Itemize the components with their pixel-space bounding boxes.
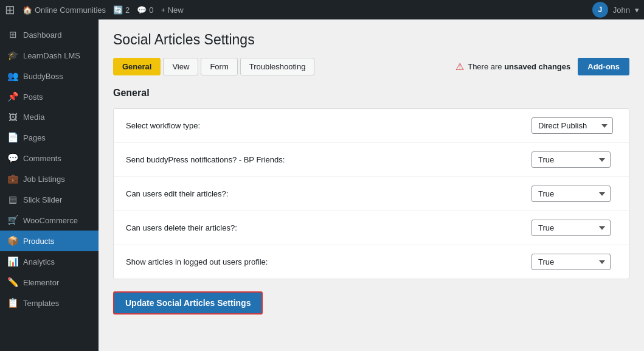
unsaved-text: There are unsaved changes — [468, 62, 570, 71]
settings-row-logged_out_profile: Show articles in logged out users profil… — [114, 245, 629, 279]
warning-icon: ⚠ — [455, 61, 464, 72]
sidebar-item-pages[interactable]: 📄 Pages — [0, 127, 99, 148]
tab-general[interactable]: General — [113, 58, 161, 75]
settings-label-logged_out_profile: Show articles in logged out users profil… — [126, 257, 531, 266]
settings-control-buddypress_notifications: TrueFalse — [531, 151, 617, 168]
layout: ⊞ Dashboard 🎓 LearnDash LMS 👥 BuddyBoss … — [0, 19, 644, 351]
sidebar-item-woocommerce[interactable]: 🛒 WooCommerce — [0, 210, 99, 231]
settings-label-users_edit: Can users edit their articles?: — [126, 189, 531, 198]
settings-control-workflow_type: Direct PublishDraftPending Review — [531, 117, 617, 134]
sidebar-item-analytics[interactable]: 📊 Analytics — [0, 251, 99, 272]
update-btn-wrapper: Update Social Articles Settings — [113, 291, 629, 315]
sidebar-item-label: Analytics — [23, 257, 55, 266]
username[interactable]: John — [613, 5, 630, 15]
top-bar-right: J John ▾ — [592, 2, 639, 18]
site-name[interactable]: 🏠 Online Communities — [23, 5, 106, 15]
unsaved-notice: ⚠ There are unsaved changes — [455, 61, 570, 72]
sidebar-item-label: WooCommerce — [23, 216, 78, 225]
settings-card: Select workflow type:Direct PublishDraft… — [113, 108, 629, 279]
settings-row-users_edit: Can users edit their articles?:TrueFalse — [114, 177, 629, 211]
sidebar-item-label: Media — [23, 113, 44, 122]
settings-label-workflow_type: Select workflow type: — [126, 121, 531, 130]
elementor-icon: ✏️ — [7, 277, 18, 288]
update-social-articles-button[interactable]: Update Social Articles Settings — [113, 291, 263, 315]
tab-troubleshooting[interactable]: Troubleshooting — [240, 58, 315, 75]
wp-logo-icon[interactable]: ⊞ — [5, 2, 15, 17]
media-icon: 🖼 — [7, 112, 18, 122]
sidebar-item-label: LearnDash LMS — [23, 51, 80, 60]
select-users_edit[interactable]: TrueFalse — [531, 186, 611, 202]
analytics-icon: 📊 — [7, 256, 18, 267]
settings-control-users_delete: TrueFalse — [531, 220, 617, 236]
new-item[interactable]: + New — [161, 5, 184, 15]
tab-view[interactable]: View — [163, 58, 198, 75]
sidebar-item-label: Elementor — [23, 278, 59, 287]
sidebar-item-label: Posts — [23, 92, 43, 102]
sidebar-item-label: Templates — [23, 299, 59, 308]
top-bar-left: ⊞ 🏠 Online Communities 🔄 2 💬 0 + New — [5, 2, 585, 17]
comments-icon: 💬 — [7, 153, 18, 164]
comments-icon: 💬 — [137, 5, 147, 15]
select-logged_out_profile[interactable]: TrueFalse — [531, 254, 611, 270]
sidebar-item-label: Pages — [23, 133, 46, 142]
job-listings-icon: 💼 — [7, 173, 18, 184]
dashboard-icon: ⊞ — [7, 29, 18, 40]
user-dropdown-icon[interactable]: ▾ — [635, 5, 639, 15]
select-users_delete[interactable]: TrueFalse — [531, 220, 611, 236]
top-bar: ⊞ 🏠 Online Communities 🔄 2 💬 0 + New J J… — [0, 0, 644, 19]
settings-control-logged_out_profile: TrueFalse — [531, 254, 617, 270]
settings-label-users_delete: Can users delete their articles?: — [126, 223, 531, 232]
posts-icon: 📌 — [7, 91, 18, 102]
sidebar: ⊞ Dashboard 🎓 LearnDash LMS 👥 BuddyBoss … — [0, 19, 99, 351]
sidebar-item-posts[interactable]: 📌 Posts — [0, 86, 99, 107]
sidebar-item-label: BuddyBoss — [23, 72, 63, 81]
sidebar-item-comments[interactable]: 💬 Comments — [0, 148, 99, 169]
templates-icon: 📋 — [7, 297, 18, 308]
sidebar-item-label: Dashboard — [23, 30, 62, 40]
settings-label-buddypress_notifications: Send buddyPress notifications? - BP Frie… — [126, 155, 531, 164]
main-content: Social Articles Settings GeneralViewForm… — [99, 19, 644, 351]
updates-icon: 🔄 — [113, 5, 123, 15]
comments-item[interactable]: 💬 0 — [137, 5, 153, 15]
sidebar-item-buddyboss[interactable]: 👥 BuddyBoss — [0, 66, 99, 86]
settings-row-buddypress_notifications: Send buddyPress notifications? - BP Frie… — [114, 143, 629, 177]
learndash-icon: 🎓 — [7, 50, 18, 61]
tab-form[interactable]: Form — [201, 58, 237, 75]
select-buddypress_notifications[interactable]: TrueFalse — [531, 151, 611, 168]
settings-row-workflow_type: Select workflow type:Direct PublishDraft… — [114, 109, 629, 143]
page-title: Social Articles Settings — [113, 32, 629, 48]
sidebar-item-dashboard[interactable]: ⊞ Dashboard — [0, 24, 99, 45]
pages-icon: 📄 — [7, 132, 18, 143]
sidebar-item-job-listings[interactable]: 💼 Job Listings — [0, 169, 99, 189]
sidebar-item-label: Job Listings — [23, 175, 65, 184]
sidebar-item-elementor[interactable]: ✏️ Elementor — [0, 272, 99, 293]
sidebar-item-media[interactable]: 🖼 Media — [0, 107, 99, 127]
sidebar-item-label: Comments — [23, 154, 61, 163]
settings-row-users_delete: Can users delete their articles?:TrueFal… — [114, 211, 629, 245]
addons-button[interactable]: Add-ons — [578, 58, 629, 75]
buddyboss-icon: 👥 — [7, 71, 18, 82]
woocommerce-icon: 🛒 — [7, 215, 18, 226]
sidebar-item-products[interactable]: 📦 Products — [0, 231, 99, 251]
tab-buttons: GeneralViewFormTroubleshooting — [113, 58, 455, 75]
avatar: J — [592, 2, 608, 18]
tabs-row: GeneralViewFormTroubleshooting ⚠ There a… — [113, 58, 629, 75]
select-workflow_type[interactable]: Direct PublishDraftPending Review — [531, 117, 613, 134]
slick-slider-icon: ▤ — [7, 194, 18, 205]
sidebar-item-label: Slick Slider — [23, 195, 62, 204]
products-icon: 📦 — [7, 235, 18, 246]
section-title: General — [113, 88, 629, 99]
sidebar-item-templates[interactable]: 📋 Templates — [0, 293, 99, 313]
sidebar-item-label: Products — [23, 237, 54, 246]
sidebar-item-learndash[interactable]: 🎓 LearnDash LMS — [0, 45, 99, 66]
sidebar-item-slick-slider[interactable]: ▤ Slick Slider — [0, 189, 99, 210]
updates-item[interactable]: 🔄 2 — [113, 5, 130, 15]
settings-control-users_edit: TrueFalse — [531, 186, 617, 202]
home-icon: 🏠 — [23, 5, 32, 15]
